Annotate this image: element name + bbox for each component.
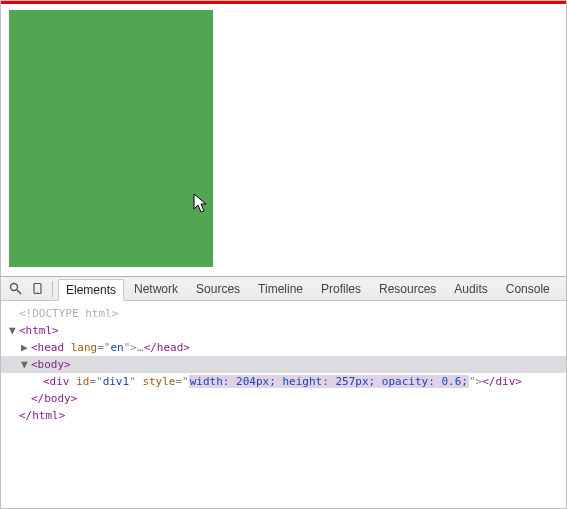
tab-timeline[interactable]: Timeline — [250, 278, 311, 300]
dom-body-close[interactable]: </body> — [1, 390, 566, 407]
tab-audits[interactable]: Audits — [446, 278, 495, 300]
elements-dom-tree[interactable]: <!DOCTYPE html> ▼<html> ▶<head lang="en"… — [1, 301, 566, 501]
dom-body-open[interactable]: ▼<body> — [1, 356, 566, 373]
tab-elements[interactable]: Elements — [58, 279, 124, 301]
dom-head[interactable]: ▶<head lang="en">…</head> — [1, 339, 566, 356]
tab-resources[interactable]: Resources — [371, 278, 444, 300]
tab-network[interactable]: Network — [126, 278, 186, 300]
devtools-panel: Elements Network Sources Timeline Profil… — [1, 276, 566, 501]
devtools-toolbar: Elements Network Sources Timeline Profil… — [1, 277, 566, 301]
device-mode-icon[interactable] — [27, 279, 47, 299]
svg-point-0 — [10, 284, 17, 291]
toolbar-separator — [52, 281, 53, 297]
twisty-right-icon[interactable]: ▶ — [21, 340, 31, 355]
dom-html-close[interactable]: </html> — [1, 407, 566, 424]
rendered-page — [1, 4, 566, 276]
search-icon[interactable] — [5, 279, 25, 299]
svg-line-1 — [17, 290, 21, 294]
tab-console[interactable]: Console — [498, 278, 558, 300]
div1-box[interactable] — [9, 10, 213, 267]
highlighted-style-value[interactable]: width: 204px; height: 257px; opacity: 0.… — [189, 375, 469, 388]
dom-html-open[interactable]: ▼<html> — [1, 322, 566, 339]
dom-div1[interactable]: <div id="div1" style="width: 204px; heig… — [1, 373, 566, 390]
tab-sources[interactable]: Sources — [188, 278, 248, 300]
tab-profiles[interactable]: Profiles — [313, 278, 369, 300]
twisty-down-icon[interactable]: ▼ — [21, 357, 31, 372]
twisty-down-icon[interactable]: ▼ — [9, 323, 19, 338]
svg-point-3 — [36, 291, 37, 292]
dom-doctype[interactable]: <!DOCTYPE html> — [1, 305, 566, 322]
doctype-text: <!DOCTYPE html> — [19, 307, 118, 320]
